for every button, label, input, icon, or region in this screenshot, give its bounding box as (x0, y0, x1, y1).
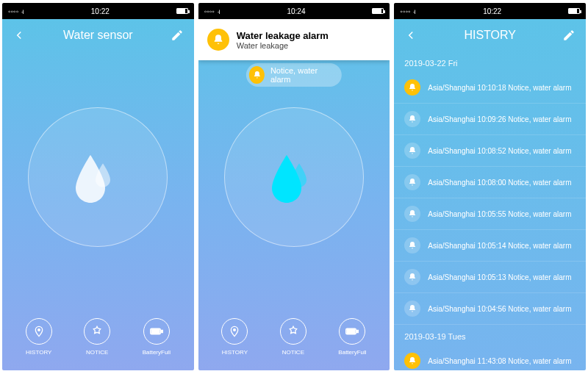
alarm-pill[interactable]: Notice, water alarm (246, 63, 342, 87)
history-text: Asia/Shanghai 10:08:00 Notice, water ala… (428, 179, 571, 187)
history-button[interactable]: HISTORY (221, 318, 248, 356)
status-bar: ◦◦◦◦ ⫞ 10:22 (2, 3, 194, 19)
edit-button[interactable] (562, 29, 576, 42)
history-text: Asia/Shanghai 10:05:55 Notice, water ala… (428, 210, 571, 218)
svg-point-4 (234, 329, 236, 331)
signal-icon: ◦◦◦◦ ⫞ (8, 7, 24, 15)
svg-rect-3 (151, 330, 159, 334)
signal-icon: ◦◦◦◦ ⫞ (204, 7, 220, 15)
bell-icon (404, 143, 420, 159)
bell-icon (404, 206, 420, 222)
header: Water sensor (2, 19, 194, 51)
app-body: Water sensor HISTORY NOTICE BatteryFull (2, 19, 194, 370)
history-text: Asia/Shanghai 10:04:56 Notice, water ala… (428, 305, 571, 313)
back-button[interactable] (404, 29, 417, 42)
battery-button[interactable]: BatteryFull (338, 318, 366, 356)
bell-icon (404, 353, 420, 369)
notification-banner[interactable]: Water leakage alarm Water leakage (198, 19, 390, 60)
history-text: Asia/Shanghai 11:43:08 Notice, water ala… (428, 357, 571, 365)
bell-icon (207, 29, 229, 51)
battery-button[interactable]: BatteryFull (143, 318, 171, 356)
back-button[interactable] (12, 29, 26, 42)
history-row[interactable]: Asia/Shanghai 10:05:14 Notice, water ala… (394, 230, 586, 262)
history-row[interactable]: Asia/Shanghai 10:09:26 Notice, water ala… (394, 104, 586, 135)
signal-icon: ◦◦◦◦ ⫞ (400, 7, 416, 15)
notice-button[interactable]: NOTICE (84, 318, 110, 356)
bell-icon (404, 269, 420, 285)
screen-alarm: ◦◦◦◦ ⫞ 10:24 Water leakage alarm Water l… (198, 3, 390, 370)
svg-rect-6 (356, 331, 358, 333)
status-bar: ◦◦◦◦ ⫞ 10:22 (394, 3, 586, 19)
status-bar: ◦◦◦◦ ⫞ 10:24 (198, 3, 390, 19)
status-time: 10:22 (483, 7, 501, 15)
bell-icon (404, 301, 420, 317)
header: HISTORY (394, 19, 586, 51)
history-row[interactable]: Asia/Shanghai 10:10:18 Notice, water ala… (394, 72, 586, 104)
notification-text: Water leakage alarm Water leakage (237, 30, 329, 50)
screen-history: ◦◦◦◦ ⫞ 10:22 HISTORY 2019-03-22 Fri Asia… (394, 3, 586, 370)
date-header: 2019-03-22 Fri (394, 51, 586, 72)
svg-point-0 (37, 329, 40, 331)
battery-icon (372, 8, 384, 14)
status-time: 10:24 (287, 7, 305, 15)
history-button[interactable]: HISTORY (26, 318, 52, 356)
bell-icon (404, 174, 420, 190)
bell-icon (404, 79, 420, 96)
history-row[interactable]: Asia/Shanghai 11:43:08 Notice, water ala… (394, 345, 586, 370)
bell-icon (249, 66, 265, 84)
history-row[interactable]: Asia/Shanghai 10:05:55 Notice, water ala… (394, 198, 586, 230)
date-header: 2019-03-19 Tues (394, 325, 586, 345)
history-text: Asia/Shanghai 10:05:13 Notice, water ala… (428, 273, 571, 281)
app-body: Water leakage alarm Water leakage Notice… (198, 19, 390, 370)
history-row[interactable]: Asia/Shanghai 10:08:52 Notice, water ala… (394, 135, 586, 167)
history-text: Asia/Shanghai 10:08:52 Notice, water ala… (428, 147, 571, 155)
bottom-nav: HISTORY NOTICE BatteryFull (2, 318, 194, 356)
history-row[interactable]: Asia/Shanghai 10:08:00 Notice, water ala… (394, 167, 586, 198)
bottom-nav: HISTORY NOTICE BatteryFull (198, 318, 390, 356)
history-text: Asia/Shanghai 10:05:14 Notice, water ala… (428, 242, 571, 250)
screen-water-sensor: ◦◦◦◦ ⫞ 10:22 Water sensor HISTORY (2, 3, 194, 370)
history-row[interactable]: Asia/Shanghai 10:05:13 Notice, water ala… (394, 262, 586, 293)
history-row[interactable]: Asia/Shanghai 10:04:56 Notice, water ala… (394, 293, 586, 325)
history-text: Asia/Shanghai 10:09:26 Notice, water ala… (428, 115, 571, 123)
water-drop-icon (68, 148, 127, 206)
battery-icon (568, 8, 580, 14)
sensor-circle (224, 107, 364, 247)
svg-rect-7 (348, 330, 356, 334)
history-text: Asia/Shanghai 10:10:18 Notice, water ala… (428, 84, 571, 92)
page-title: Water sensor (63, 29, 133, 42)
bell-icon (404, 237, 420, 253)
notice-button[interactable]: NOTICE (280, 318, 306, 356)
page-title: HISTORY (464, 29, 516, 42)
status-time: 10:22 (91, 7, 110, 15)
bell-icon (404, 111, 420, 127)
edit-button[interactable] (171, 29, 184, 42)
svg-rect-2 (161, 331, 162, 333)
water-drop-icon (265, 148, 323, 206)
sensor-circle (28, 107, 168, 247)
battery-icon (176, 8, 188, 14)
history-body: HISTORY 2019-03-22 Fri Asia/Shanghai 10:… (394, 19, 586, 370)
